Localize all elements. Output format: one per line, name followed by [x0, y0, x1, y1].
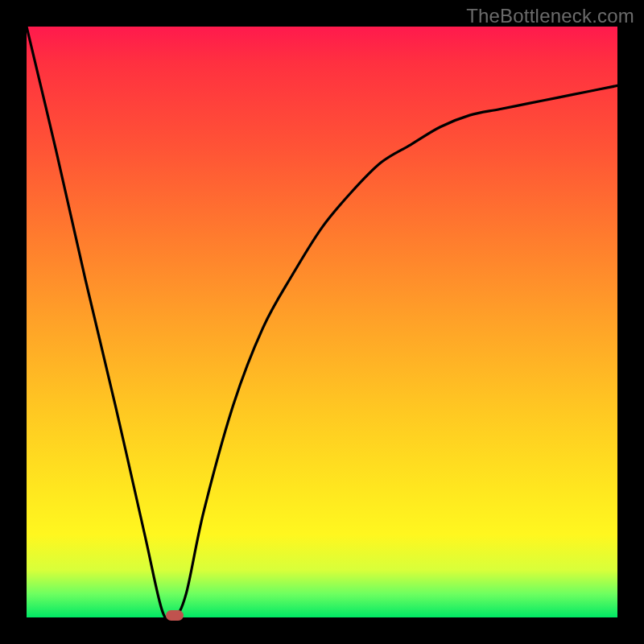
plot-area	[27, 27, 617, 617]
minimum-marker	[166, 610, 184, 621]
bottleneck-curve	[27, 27, 617, 617]
watermark-text: TheBottleneck.com	[466, 5, 634, 27]
chart-frame: TheBottleneck.com	[0, 0, 644, 644]
